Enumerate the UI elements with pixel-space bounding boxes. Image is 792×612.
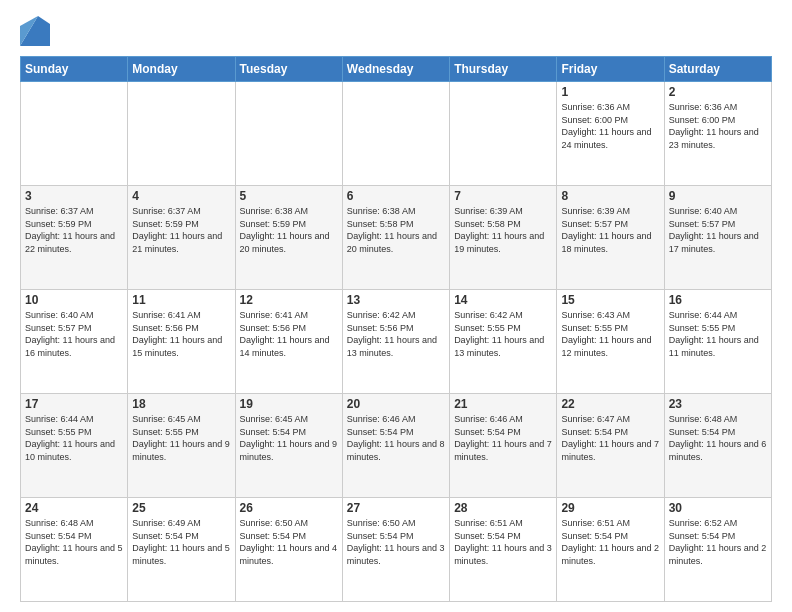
day-number: 14 bbox=[454, 293, 552, 307]
calendar-cell: 1Sunrise: 6:36 AM Sunset: 6:00 PM Daylig… bbox=[557, 82, 664, 186]
calendar-cell: 9Sunrise: 6:40 AM Sunset: 5:57 PM Daylig… bbox=[664, 186, 771, 290]
col-tuesday: Tuesday bbox=[235, 57, 342, 82]
week-row-3: 17Sunrise: 6:44 AM Sunset: 5:55 PM Dayli… bbox=[21, 394, 772, 498]
calendar-cell: 19Sunrise: 6:45 AM Sunset: 5:54 PM Dayli… bbox=[235, 394, 342, 498]
day-content: Sunrise: 6:36 AM Sunset: 6:00 PM Dayligh… bbox=[669, 101, 767, 151]
day-content: Sunrise: 6:37 AM Sunset: 5:59 PM Dayligh… bbox=[132, 205, 230, 255]
day-content: Sunrise: 6:45 AM Sunset: 5:55 PM Dayligh… bbox=[132, 413, 230, 463]
day-content: Sunrise: 6:42 AM Sunset: 5:56 PM Dayligh… bbox=[347, 309, 445, 359]
week-row-0: 1Sunrise: 6:36 AM Sunset: 6:00 PM Daylig… bbox=[21, 82, 772, 186]
day-number: 22 bbox=[561, 397, 659, 411]
calendar-cell: 20Sunrise: 6:46 AM Sunset: 5:54 PM Dayli… bbox=[342, 394, 449, 498]
week-row-4: 24Sunrise: 6:48 AM Sunset: 5:54 PM Dayli… bbox=[21, 498, 772, 602]
day-number: 18 bbox=[132, 397, 230, 411]
col-friday: Friday bbox=[557, 57, 664, 82]
day-content: Sunrise: 6:41 AM Sunset: 5:56 PM Dayligh… bbox=[132, 309, 230, 359]
day-content: Sunrise: 6:40 AM Sunset: 5:57 PM Dayligh… bbox=[25, 309, 123, 359]
day-number: 24 bbox=[25, 501, 123, 515]
day-content: Sunrise: 6:46 AM Sunset: 5:54 PM Dayligh… bbox=[454, 413, 552, 463]
day-number: 23 bbox=[669, 397, 767, 411]
logo-icon bbox=[20, 16, 50, 46]
day-content: Sunrise: 6:50 AM Sunset: 5:54 PM Dayligh… bbox=[240, 517, 338, 567]
calendar-cell: 3Sunrise: 6:37 AM Sunset: 5:59 PM Daylig… bbox=[21, 186, 128, 290]
logo bbox=[20, 16, 54, 46]
day-number: 19 bbox=[240, 397, 338, 411]
calendar-cell: 24Sunrise: 6:48 AM Sunset: 5:54 PM Dayli… bbox=[21, 498, 128, 602]
col-saturday: Saturday bbox=[664, 57, 771, 82]
day-number: 13 bbox=[347, 293, 445, 307]
col-sunday: Sunday bbox=[21, 57, 128, 82]
col-thursday: Thursday bbox=[450, 57, 557, 82]
calendar-cell: 4Sunrise: 6:37 AM Sunset: 5:59 PM Daylig… bbox=[128, 186, 235, 290]
day-number: 16 bbox=[669, 293, 767, 307]
day-number: 20 bbox=[347, 397, 445, 411]
calendar-cell: 30Sunrise: 6:52 AM Sunset: 5:54 PM Dayli… bbox=[664, 498, 771, 602]
calendar-cell: 7Sunrise: 6:39 AM Sunset: 5:58 PM Daylig… bbox=[450, 186, 557, 290]
day-content: Sunrise: 6:44 AM Sunset: 5:55 PM Dayligh… bbox=[669, 309, 767, 359]
day-number: 27 bbox=[347, 501, 445, 515]
day-content: Sunrise: 6:44 AM Sunset: 5:55 PM Dayligh… bbox=[25, 413, 123, 463]
day-number: 4 bbox=[132, 189, 230, 203]
calendar-cell: 18Sunrise: 6:45 AM Sunset: 5:55 PM Dayli… bbox=[128, 394, 235, 498]
day-content: Sunrise: 6:43 AM Sunset: 5:55 PM Dayligh… bbox=[561, 309, 659, 359]
calendar-cell bbox=[128, 82, 235, 186]
calendar-cell: 22Sunrise: 6:47 AM Sunset: 5:54 PM Dayli… bbox=[557, 394, 664, 498]
header-row: Sunday Monday Tuesday Wednesday Thursday… bbox=[21, 57, 772, 82]
calendar-cell: 6Sunrise: 6:38 AM Sunset: 5:58 PM Daylig… bbox=[342, 186, 449, 290]
calendar-cell: 26Sunrise: 6:50 AM Sunset: 5:54 PM Dayli… bbox=[235, 498, 342, 602]
page: Sunday Monday Tuesday Wednesday Thursday… bbox=[0, 0, 792, 612]
calendar-cell: 29Sunrise: 6:51 AM Sunset: 5:54 PM Dayli… bbox=[557, 498, 664, 602]
calendar-cell: 27Sunrise: 6:50 AM Sunset: 5:54 PM Dayli… bbox=[342, 498, 449, 602]
day-content: Sunrise: 6:48 AM Sunset: 5:54 PM Dayligh… bbox=[25, 517, 123, 567]
calendar-cell: 2Sunrise: 6:36 AM Sunset: 6:00 PM Daylig… bbox=[664, 82, 771, 186]
day-content: Sunrise: 6:51 AM Sunset: 5:54 PM Dayligh… bbox=[561, 517, 659, 567]
calendar-cell bbox=[450, 82, 557, 186]
calendar-cell: 15Sunrise: 6:43 AM Sunset: 5:55 PM Dayli… bbox=[557, 290, 664, 394]
calendar-cell: 23Sunrise: 6:48 AM Sunset: 5:54 PM Dayli… bbox=[664, 394, 771, 498]
calendar-cell: 12Sunrise: 6:41 AM Sunset: 5:56 PM Dayli… bbox=[235, 290, 342, 394]
day-content: Sunrise: 6:40 AM Sunset: 5:57 PM Dayligh… bbox=[669, 205, 767, 255]
day-content: Sunrise: 6:39 AM Sunset: 5:58 PM Dayligh… bbox=[454, 205, 552, 255]
week-row-2: 10Sunrise: 6:40 AM Sunset: 5:57 PM Dayli… bbox=[21, 290, 772, 394]
day-number: 8 bbox=[561, 189, 659, 203]
day-content: Sunrise: 6:49 AM Sunset: 5:54 PM Dayligh… bbox=[132, 517, 230, 567]
header bbox=[20, 16, 772, 46]
day-content: Sunrise: 6:36 AM Sunset: 6:00 PM Dayligh… bbox=[561, 101, 659, 151]
day-number: 2 bbox=[669, 85, 767, 99]
calendar-cell: 17Sunrise: 6:44 AM Sunset: 5:55 PM Dayli… bbox=[21, 394, 128, 498]
day-number: 15 bbox=[561, 293, 659, 307]
day-content: Sunrise: 6:50 AM Sunset: 5:54 PM Dayligh… bbox=[347, 517, 445, 567]
day-number: 1 bbox=[561, 85, 659, 99]
day-content: Sunrise: 6:51 AM Sunset: 5:54 PM Dayligh… bbox=[454, 517, 552, 567]
day-content: Sunrise: 6:45 AM Sunset: 5:54 PM Dayligh… bbox=[240, 413, 338, 463]
col-monday: Monday bbox=[128, 57, 235, 82]
day-number: 28 bbox=[454, 501, 552, 515]
day-content: Sunrise: 6:37 AM Sunset: 5:59 PM Dayligh… bbox=[25, 205, 123, 255]
day-number: 12 bbox=[240, 293, 338, 307]
day-number: 17 bbox=[25, 397, 123, 411]
calendar-cell: 5Sunrise: 6:38 AM Sunset: 5:59 PM Daylig… bbox=[235, 186, 342, 290]
col-wednesday: Wednesday bbox=[342, 57, 449, 82]
calendar-cell bbox=[21, 82, 128, 186]
calendar-cell: 14Sunrise: 6:42 AM Sunset: 5:55 PM Dayli… bbox=[450, 290, 557, 394]
calendar-cell bbox=[342, 82, 449, 186]
calendar-cell bbox=[235, 82, 342, 186]
day-content: Sunrise: 6:46 AM Sunset: 5:54 PM Dayligh… bbox=[347, 413, 445, 463]
day-content: Sunrise: 6:38 AM Sunset: 5:59 PM Dayligh… bbox=[240, 205, 338, 255]
day-content: Sunrise: 6:41 AM Sunset: 5:56 PM Dayligh… bbox=[240, 309, 338, 359]
calendar-table: Sunday Monday Tuesday Wednesday Thursday… bbox=[20, 56, 772, 602]
day-content: Sunrise: 6:52 AM Sunset: 5:54 PM Dayligh… bbox=[669, 517, 767, 567]
day-number: 9 bbox=[669, 189, 767, 203]
day-number: 26 bbox=[240, 501, 338, 515]
day-number: 11 bbox=[132, 293, 230, 307]
calendar-cell: 25Sunrise: 6:49 AM Sunset: 5:54 PM Dayli… bbox=[128, 498, 235, 602]
day-number: 25 bbox=[132, 501, 230, 515]
calendar-cell: 11Sunrise: 6:41 AM Sunset: 5:56 PM Dayli… bbox=[128, 290, 235, 394]
calendar-cell: 10Sunrise: 6:40 AM Sunset: 5:57 PM Dayli… bbox=[21, 290, 128, 394]
calendar-body: 1Sunrise: 6:36 AM Sunset: 6:00 PM Daylig… bbox=[21, 82, 772, 602]
day-content: Sunrise: 6:47 AM Sunset: 5:54 PM Dayligh… bbox=[561, 413, 659, 463]
day-number: 5 bbox=[240, 189, 338, 203]
week-row-1: 3Sunrise: 6:37 AM Sunset: 5:59 PM Daylig… bbox=[21, 186, 772, 290]
day-number: 10 bbox=[25, 293, 123, 307]
day-content: Sunrise: 6:39 AM Sunset: 5:57 PM Dayligh… bbox=[561, 205, 659, 255]
